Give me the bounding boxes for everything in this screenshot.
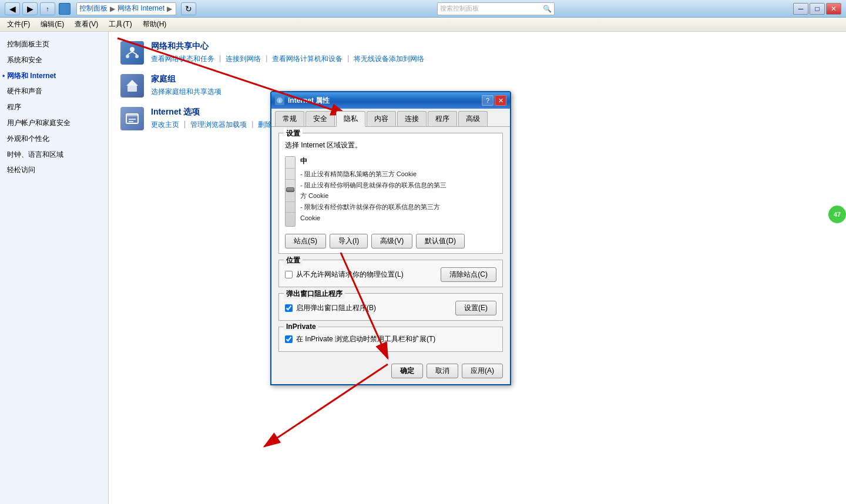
level-label: 中	[300, 156, 496, 166]
link-homepage[interactable]: 更改主页	[151, 120, 179, 130]
menu-file[interactable]: 文件(F)	[2, 18, 35, 31]
homegroup-info: 家庭组 选择家庭组和共享选项	[151, 74, 221, 97]
sites-button[interactable]: 站点(S)	[285, 234, 326, 248]
link-view-computers[interactable]: 查看网络计算机和设备	[272, 54, 343, 64]
svg-line-3	[127, 52, 132, 55]
apply-button[interactable]: 应用(A)	[462, 364, 503, 378]
tick2	[286, 179, 295, 180]
search-area: 搜索控制面板 🔍	[435, 2, 555, 15]
close-button[interactable]: ✕	[826, 3, 841, 15]
popup-settings-button[interactable]: 设置(E)	[455, 301, 496, 315]
popup-group: 弹出窗口阻止程序 启用弹出窗口阻止程序(B) 设置(E)	[278, 293, 503, 321]
popup-row: 启用弹出窗口阻止程序(B) 设置(E)	[285, 301, 496, 315]
popup-checkbox[interactable]	[285, 304, 293, 312]
cancel-button[interactable]: 取消	[427, 364, 458, 378]
slider-thumb[interactable]	[286, 187, 294, 192]
link-add-wireless[interactable]: 将无线设备添加到网络	[354, 54, 424, 64]
window-controls: ─ □ ✕	[793, 3, 841, 15]
position-checkbox[interactable]	[285, 271, 293, 278]
sidebar-item-appearance[interactable]: 外观和个性化	[0, 131, 108, 147]
sidebar-item-accessibility[interactable]: 轻松访问	[0, 162, 108, 178]
settings-group-label: 设置	[284, 129, 303, 139]
sidebar-item-users[interactable]: 用户帐户和家庭安全	[0, 115, 108, 131]
forward-button[interactable]: ▶	[22, 2, 38, 15]
inprivate-group: InPrivate 在 InPrivate 浏览启动时禁用工具栏和扩展(T)	[278, 327, 503, 352]
inprivate-checkbox[interactable]	[285, 335, 293, 343]
network-icon-svg	[124, 45, 140, 61]
svg-point-2	[135, 55, 139, 58]
sidebar-item-programs[interactable]: 程序	[0, 99, 108, 115]
dialog-help-button[interactable]: ?	[482, 95, 494, 106]
link-homegroup-sharing[interactable]: 选择家庭组和共享选项	[151, 87, 221, 97]
minimize-button[interactable]: ─	[793, 3, 808, 15]
dialog-title-bar: i Internet 属性 ? ✕	[271, 92, 510, 109]
dialog-title-icon: i	[275, 96, 284, 105]
back-button[interactable]: ◀	[5, 2, 20, 15]
position-checkbox-label: 从不允许网站请求你的物理位置(L)	[296, 270, 404, 280]
sidebar-item-clock[interactable]: 时钟、语言和区域	[0, 147, 108, 163]
link-connect[interactable]: 连接到网络	[226, 54, 261, 64]
svg-text:i: i	[279, 98, 280, 103]
slider-area: 中 - 阻止没有精简隐私策略的第三方 Cookie - 阻止没有经你明确同意就保…	[285, 154, 496, 229]
menu-tools[interactable]: 工具(T)	[104, 18, 136, 31]
tab-connections[interactable]: 连接	[397, 111, 427, 126]
popup-group-label: 弹出窗口阻止程序	[284, 289, 345, 299]
inprivate-checkbox-row: 在 InPrivate 浏览启动时禁用工具栏和扩展(T)	[285, 334, 496, 344]
link-view-status[interactable]: 查看网络状态和任务	[151, 54, 214, 64]
tab-programs[interactable]: 程序	[428, 111, 457, 126]
position-row: 从不允许网站请求你的物理位置(L) 清除站点(C)	[285, 267, 496, 282]
tab-security[interactable]: 安全	[306, 111, 335, 126]
tab-general[interactable]: 常规	[275, 111, 304, 126]
sidebar: 控制面板主页 系统和安全 网络和 Internet 硬件和声音 程序 用户帐户和…	[0, 32, 109, 504]
popup-checkbox-label: 启用弹出窗口阻止程序(B)	[296, 303, 376, 313]
ok-button[interactable]: 确定	[391, 364, 423, 378]
tick1	[286, 168, 295, 169]
breadcrumb: 控制面板 ▶ 网络和 Internet ▶	[79, 4, 173, 14]
homegroup-icon	[120, 74, 144, 98]
slider-track[interactable]	[285, 156, 296, 227]
position-checkbox-row: 从不允许网站请求你的物理位置(L)	[285, 270, 404, 280]
slider-content: 中 - 阻止没有精简隐私策略的第三方 Cookie - 阻止没有经你明确同意就保…	[300, 156, 496, 223]
menu-view[interactable]: 查看(V)	[70, 18, 103, 31]
sidebar-item-system[interactable]: 系统和安全	[0, 52, 108, 68]
search-icon[interactable]: 🔍	[543, 5, 552, 13]
dialog-bottom-buttons: 确定 取消 应用(A)	[278, 361, 503, 378]
default-button[interactable]: 默认值(D)	[416, 234, 465, 248]
svg-line-4	[132, 52, 137, 55]
tab-advanced[interactable]: 高级	[458, 111, 488, 126]
internet-icon-svg	[124, 110, 140, 127]
breadcrumb-network[interactable]: 网络和 Internet	[118, 4, 164, 14]
refresh-button[interactable]: ↻	[181, 2, 196, 15]
menu-edit[interactable]: 编辑(E)	[36, 18, 69, 31]
dialog-title-text: i Internet 属性	[275, 96, 330, 106]
up-button[interactable]: ↑	[40, 2, 55, 15]
network-center-links: 查看网络状态和任务 | 连接到网络 | 查看网络计算机和设备 | 将无线设备添加…	[151, 54, 424, 64]
dialog-tabs: 常规 安全 隐私 内容 连接 程序 高级	[271, 109, 510, 127]
tab-content[interactable]: 内容	[367, 111, 396, 126]
svg-point-0	[130, 47, 135, 52]
advanced-button[interactable]: 高级(V)	[371, 234, 412, 248]
popup-checkbox-row: 启用弹出窗口阻止程序(B)	[285, 303, 376, 313]
network-center-info: 网络和共享中心 查看网络状态和任务 | 连接到网络 | 查看网络计算机和设备 |…	[151, 41, 424, 64]
tab-privacy[interactable]: 隐私	[336, 111, 365, 127]
menu-help[interactable]: 帮助(H)	[138, 18, 172, 31]
internet-properties-dialog: i Internet 属性 ? ✕ 常规 安全 隐私 内容 连接 程序 高级	[270, 91, 511, 385]
breadcrumb-arrow2: ▶	[167, 5, 172, 13]
tick5	[286, 212, 295, 213]
clear-sites-button[interactable]: 清除站点(C)	[441, 267, 496, 282]
sidebar-item-network[interactable]: 网络和 Internet	[0, 68, 108, 84]
link-manage-addons[interactable]: 管理浏览器加载项	[190, 120, 247, 130]
dialog-title-label: Internet 属性	[288, 96, 330, 106]
maximize-button[interactable]: □	[810, 3, 825, 15]
settings-buttons: 站点(S) 导入(I) 高级(V) 默认值(D)	[285, 234, 496, 248]
sidebar-item-hardware[interactable]: 硬件和声音	[0, 83, 108, 99]
settings-description: 选择 Internet 区域设置。	[285, 140, 496, 150]
search-input-container[interactable]: 搜索控制面板 🔍	[437, 2, 555, 15]
breadcrumb-arrow1: ▶	[110, 5, 115, 13]
homegroup-icon-svg	[124, 78, 140, 94]
address-bar[interactable]: 控制面板 ▶ 网络和 Internet ▶	[76, 2, 176, 15]
dialog-close-button[interactable]: ✕	[495, 95, 506, 106]
import-button[interactable]: 导入(I)	[330, 234, 368, 248]
sidebar-item-home[interactable]: 控制面板主页	[0, 36, 108, 52]
breadcrumb-controlpanel[interactable]: 控制面板	[79, 4, 108, 14]
